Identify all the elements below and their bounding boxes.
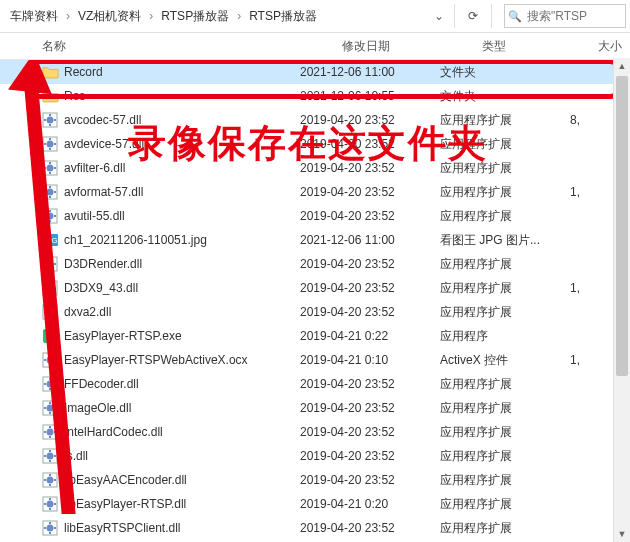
- chevron-right-icon: ›: [235, 9, 243, 23]
- svg-rect-2: [49, 114, 51, 116]
- svg-rect-46: [44, 311, 46, 313]
- address-bar: 车牌资料 › VZ相机资料 › RTSP播放器 › RTSP播放器 ⌄ ⟳ 🔍: [0, 0, 630, 33]
- table-row[interactable]: avdevice-57.dll2019-04-20 23:52应用程序扩展: [0, 132, 630, 156]
- file-size: 1,: [540, 185, 580, 199]
- svg-rect-32: [49, 258, 51, 260]
- dll-icon: [40, 206, 60, 226]
- scroll-down-button[interactable]: ▼: [614, 526, 630, 542]
- dll-icon: [40, 374, 60, 394]
- svg-rect-14: [49, 162, 51, 164]
- dll-icon: [40, 302, 60, 322]
- file-name: Record: [64, 65, 300, 79]
- svg-rect-53: [54, 359, 56, 361]
- file-type: 应用程序扩展: [440, 280, 540, 297]
- table-row[interactable]: avutil-55.dll2019-04-20 23:52应用程序扩展: [0, 204, 630, 228]
- divider: [491, 4, 492, 28]
- breadcrumb-item[interactable]: RTSP播放器: [243, 4, 323, 29]
- file-name: Res: [64, 89, 300, 103]
- dll-icon: [40, 518, 60, 538]
- search-input[interactable]: [525, 8, 621, 24]
- svg-point-49: [47, 357, 54, 364]
- svg-rect-88: [44, 503, 46, 505]
- file-type: 应用程序扩展: [440, 400, 540, 417]
- file-date: 2019-04-20 23:52: [300, 449, 440, 463]
- scroll-up-button[interactable]: ▲: [614, 58, 630, 74]
- breadcrumb-item[interactable]: RTSP播放器: [155, 4, 235, 29]
- table-row[interactable]: avfilter-6.dll2019-04-20 23:52应用程序扩展: [0, 156, 630, 180]
- table-row[interactable]: FFDecoder.dll2019-04-20 23:52应用程序扩展: [0, 372, 630, 396]
- svg-rect-20: [49, 186, 51, 188]
- table-row[interactable]: JPGch1_20211206-110051.jpg2021-12-06 11:…: [0, 228, 630, 252]
- header-type[interactable]: 类型: [482, 38, 582, 55]
- header-size[interactable]: 大小: [582, 38, 622, 55]
- breadcrumb-item[interactable]: VZ相机资料: [72, 4, 147, 29]
- file-type: 应用程序扩展: [440, 304, 540, 321]
- table-row[interactable]: libEasyRTSPClient.dll2019-04-20 23:52应用程…: [0, 516, 630, 540]
- file-date: 2019-04-20 23:52: [300, 257, 440, 271]
- svg-rect-44: [49, 306, 51, 308]
- svg-point-55: [47, 381, 54, 388]
- file-type: 应用程序扩展: [440, 376, 540, 393]
- list-inner: Record2021-12-06 11:00文件夹Res2021-12-06 1…: [0, 60, 630, 542]
- svg-rect-28: [44, 215, 46, 217]
- svg-rect-87: [49, 508, 51, 510]
- scroll-thumb[interactable]: [616, 76, 628, 376]
- file-type: 文件夹: [440, 64, 540, 81]
- svg-rect-3: [49, 124, 51, 126]
- file-list: Record2021-12-06 11:00文件夹Res2021-12-06 1…: [0, 60, 630, 542]
- svg-point-91: [47, 525, 54, 532]
- svg-point-19: [47, 189, 54, 196]
- refresh-button[interactable]: ⟳: [461, 4, 485, 28]
- chevron-down-icon[interactable]: ⌄: [430, 9, 448, 23]
- svg-point-67: [47, 429, 54, 436]
- table-row[interactable]: EasyPlayer-RTSPWebActiveX.ocx2019-04-21 …: [0, 348, 630, 372]
- table-row[interactable]: IntelHardCodec.dll2019-04-20 23:52应用程序扩展: [0, 420, 630, 444]
- table-row[interactable]: libEasyPlayer-RTSP.dll2019-04-21 0:20应用程…: [0, 492, 630, 516]
- table-row[interactable]: js.dll2019-04-20 23:52应用程序扩展: [0, 444, 630, 468]
- svg-rect-21: [49, 196, 51, 198]
- svg-rect-76: [44, 455, 46, 457]
- table-row[interactable]: Record2021-12-06 11:00文件夹: [0, 60, 630, 84]
- breadcrumb-item[interactable]: 车牌资料: [4, 4, 64, 29]
- table-row[interactable]: ImageOle.dll2019-04-20 23:52应用程序扩展: [0, 396, 630, 420]
- table-row[interactable]: avformat-57.dll2019-04-20 23:52应用程序扩展1,: [0, 180, 630, 204]
- file-name: IntelHardCodec.dll: [64, 425, 300, 439]
- search-box[interactable]: 🔍: [504, 4, 626, 28]
- file-date: 2019-04-20 23:52: [300, 305, 440, 319]
- file-name: avdevice-57.dll: [64, 137, 300, 151]
- dll-icon: [40, 278, 60, 298]
- file-date: 2019-04-20 23:52: [300, 161, 440, 175]
- svg-rect-75: [49, 460, 51, 462]
- svg-point-25: [47, 213, 54, 220]
- dll-icon: [40, 134, 60, 154]
- svg-point-79: [47, 477, 54, 484]
- file-date: 2019-04-21 0:20: [300, 497, 440, 511]
- file-name: avutil-55.dll: [64, 209, 300, 223]
- table-row[interactable]: Res2021-12-06 10:55文件夹: [0, 84, 630, 108]
- svg-rect-39: [49, 292, 51, 294]
- divider: [454, 4, 455, 28]
- dll-icon: [40, 350, 60, 370]
- table-row[interactable]: D3DX9_43.dll2019-04-20 23:52应用程序扩展1,: [0, 276, 630, 300]
- svg-rect-56: [49, 378, 51, 380]
- dll-icon: [40, 110, 60, 130]
- svg-rect-70: [44, 431, 46, 433]
- svg-rect-52: [44, 359, 46, 361]
- table-row[interactable]: D3DRender.dll2019-04-20 23:52应用程序扩展: [0, 252, 630, 276]
- file-type: 文件夹: [440, 88, 540, 105]
- table-row[interactable]: libEasyAACEncoder.dll2019-04-20 23:52应用程…: [0, 468, 630, 492]
- header-date[interactable]: 修改日期: [342, 38, 482, 55]
- svg-rect-29: [54, 215, 56, 217]
- header-name[interactable]: 名称: [0, 38, 342, 55]
- file-name: EasyPlayer-RTSPWebActiveX.ocx: [64, 353, 300, 367]
- svg-rect-26: [49, 210, 51, 212]
- table-row[interactable]: dxva2.dll2019-04-20 23:52应用程序扩展: [0, 300, 630, 324]
- chevron-right-icon: ›: [64, 9, 72, 23]
- svg-rect-94: [44, 527, 46, 529]
- svg-rect-9: [49, 148, 51, 150]
- table-row[interactable]: EasyPlayer-RTSP.exe2019-04-21 0:22应用程序: [0, 324, 630, 348]
- scrollbar[interactable]: ▲ ▼: [613, 58, 630, 542]
- file-date: 2019-04-20 23:52: [300, 209, 440, 223]
- file-size: 1,: [540, 281, 580, 295]
- table-row[interactable]: avcodec-57.dll2019-04-20 23:52应用程序扩展8,: [0, 108, 630, 132]
